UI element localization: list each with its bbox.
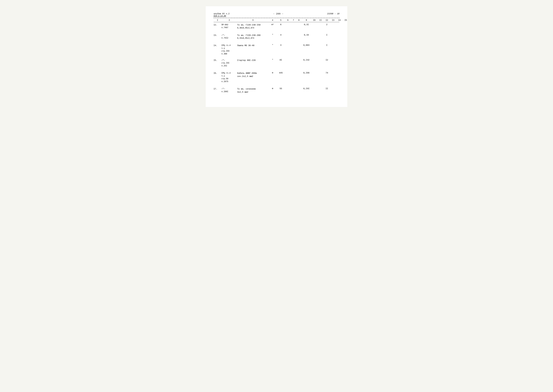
row-num: I2. [214,23,221,26]
row-desc: Стартер 80С-220 [237,59,269,62]
row-desc: Кабель АВВГ-660в сеч.2х2,5 мм2 [237,72,269,78]
table-body: I2. ПР-092 п.7407 То же, Г220-230-I50 0,… [214,22,339,94]
row-num: I7. [214,87,221,90]
col-header-1: I [214,19,221,21]
row-desc: То же, Г220-230-I50 0,30х0,95хI,074 [237,23,269,29]
col-header-3: 3 [237,19,269,21]
row-price: 0,3I [302,23,311,26]
page: альбом XV ч.2 810-1-13.86 - 209 - 21598 … [206,6,347,107]
row-qty: 445 [276,72,285,74]
row-qty: 55 [276,87,285,90]
col-header-9: 9 [302,19,311,21]
col-header-8: 8 [296,19,302,21]
row-price: 0,I66 [302,72,311,74]
row-ref: —"— п.I09I [221,87,237,93]
table-row: I3. —"— п.74I2 То же, Г220-230-200 0,33х… [214,33,339,40]
col-header-14: I4 [336,19,343,21]
column-headers: I 2 3 4 5 6 7 8 9 IO II I2 I3 I4 I5 [214,18,339,22]
col-header-4: 4 [269,19,276,21]
row-c12: 2 [324,23,330,26]
table-row: I4. СРЦ гл.4 ч.у стр.I93 п.308 Лампа МО … [214,43,339,56]
table-row: I7. —"— п.I09I То же, сечением 3х2,5 мм2… [214,86,339,94]
row-price: 0,I9I [302,87,311,90]
album-line1: альбом XV ч.2 [214,13,229,15]
col-header-11: II [317,19,324,21]
row-price: 0,34 [302,34,311,36]
row-desc: То же, Г220-230-200 0,33х0,95хI,074 [237,34,269,40]
row-qty: 4 [276,34,285,36]
table-row: I5. —"— стр.I9I п.25I Стартер 80С-220 " … [214,58,339,68]
row-unit: " [269,44,276,46]
col-header-7: 7 [291,19,296,21]
doc-number: 21598 - 18 [327,13,339,15]
row-ref: ПР-092 п.7407 [221,23,237,29]
col-header-6: 6 [285,19,291,21]
album-line2: 810-1-13.86 [214,15,229,17]
table-row: I2. ПР-092 п.7407 То же, Г220-230-I50 0,… [214,22,339,30]
col-header-12: I2 [324,19,330,21]
row-unit: м [269,72,276,74]
header-area: альбом XV ч.2 810-1-13.86 - 209 - 21598 … [214,13,339,17]
col-header-5: 5 [276,19,285,21]
row-unit: шт [269,23,276,26]
row-unit: " [269,59,276,61]
row-desc: То же, сечением 3х2,5 мм2 [237,87,269,94]
row-c12: I [324,44,330,46]
row-ref: СРЦ гл.4 ч.у стр.I93 п.308 [221,44,237,55]
row-unit: " [269,34,276,36]
page-number: - 209 - [273,13,283,15]
row-num: I6. [214,72,221,74]
col-header-15: I5 [343,19,349,21]
col-header-10: IO [311,19,317,21]
row-num: I4. [214,44,221,47]
row-qty: 8I [276,59,285,61]
row-c12: I [324,34,330,36]
col-header-2: 2 [221,19,237,21]
col-header-13: I3 [330,19,336,21]
row-unit: м [269,87,276,90]
row-c12: I2 [324,59,330,61]
row-ref: —"— стр.I9I п.25I [221,59,237,67]
table-row: I6. СРЦ гл.4 ч.у стр.59 п.I075 Кабель АВ… [214,70,339,84]
row-c12: II [324,87,330,90]
row-price: 0,I42 [302,59,311,61]
row-desc: Лампа МО 36-40 [237,44,269,47]
row-c12: 74 [324,72,330,74]
row-num: I3. [214,34,221,36]
row-qty: 3 [276,44,285,46]
row-price: 0,083 [302,44,311,46]
album-info: альбом XV ч.2 810-1-13.86 [214,13,229,17]
row-num: I5. [214,59,221,62]
row-qty: 6 [276,23,285,26]
row-ref: —"— п.74I2 [221,34,237,40]
row-ref: СРЦ гл.4 ч.у стр.59 п.I075 [221,72,237,83]
